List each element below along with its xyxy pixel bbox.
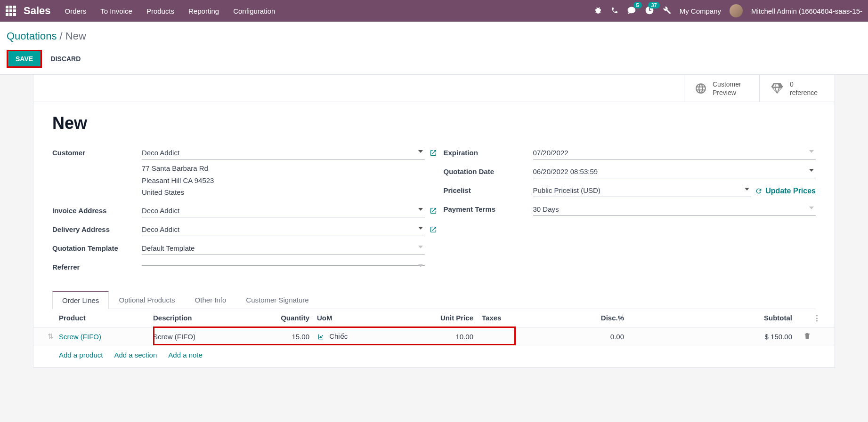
reference-label: reference <box>790 88 818 97</box>
tab-customer-signature[interactable]: Customer Signature <box>236 291 318 309</box>
breadcrumb-current: New <box>65 30 86 42</box>
pricelist-label: Pricelist <box>444 185 533 197</box>
expiration-field[interactable]: 07/20/2022 <box>533 147 816 159</box>
line-description[interactable]: Screw (FIFO) <box>153 333 261 341</box>
customer-preview-l1: Customer <box>713 80 741 88</box>
line-unit-price[interactable]: 10.00 <box>407 333 473 341</box>
col-taxes: Taxes <box>473 314 577 322</box>
reference-button[interactable]: 0reference <box>759 75 835 102</box>
phone-icon[interactable] <box>611 7 618 16</box>
refresh-icon <box>755 187 763 195</box>
col-disc: Disc.% <box>577 314 624 322</box>
bug-icon[interactable] <box>594 6 602 16</box>
address-line2: Pleasant Hill CA 94523 <box>142 175 425 187</box>
col-subtotal: Subtotal <box>624 314 797 322</box>
menu-reporting[interactable]: Reporting <box>188 7 219 15</box>
col-quantity: Quantity <box>261 314 313 322</box>
line-uom[interactable]: Chiếc <box>313 332 407 341</box>
col-unit-price: Unit Price <box>407 314 473 322</box>
app-brand[interactable]: Sales <box>24 5 51 17</box>
company-name[interactable]: My Company <box>680 7 721 15</box>
customer-field[interactable]: Deco Addict <box>142 147 425 159</box>
page-title: New <box>52 113 816 133</box>
tools-icon[interactable] <box>663 6 671 16</box>
add-product-link[interactable]: Add a product <box>59 351 103 359</box>
messages-icon[interactable]: 5 <box>627 6 636 16</box>
activities-badge: 37 <box>648 2 659 8</box>
invoice-address-field[interactable]: Deco Addict <box>142 205 425 217</box>
tab-optional-products[interactable]: Optional Products <box>109 291 185 309</box>
line-product[interactable]: Screw (FIFO) <box>59 333 101 341</box>
breadcrumb-root[interactable]: Quotations <box>7 30 57 42</box>
menu-to-invoice[interactable]: To Invoice <box>100 7 132 15</box>
external-link-icon[interactable] <box>430 226 437 235</box>
save-button[interactable]: SAVE <box>8 51 41 66</box>
diamond-icon <box>770 81 784 96</box>
address-line3: United States <box>142 186 425 199</box>
add-section-link[interactable]: Add a section <box>114 351 157 359</box>
menu-products[interactable]: Products <box>146 7 174 15</box>
customer-preview-button[interactable]: CustomerPreview <box>684 75 759 102</box>
add-note-link[interactable]: Add a note <box>168 351 203 359</box>
payment-terms-label: Payment Terms <box>444 204 533 216</box>
activities-icon[interactable]: 37 <box>645 6 654 16</box>
reference-count: 0 <box>790 80 818 88</box>
trash-icon[interactable] <box>797 332 811 341</box>
drag-handle-icon[interactable]: ⇅ <box>48 332 59 341</box>
line-subtotal: $ 150.00 <box>624 333 797 341</box>
template-label: Quotation Template <box>52 243 142 255</box>
delivery-address-field[interactable]: Deco Addict <box>142 224 425 236</box>
menu-configuration[interactable]: Configuration <box>233 7 275 15</box>
kebab-icon[interactable]: ⋮ <box>811 314 820 322</box>
globe-icon <box>695 82 707 95</box>
delivery-address-label: Delivery Address <box>52 224 142 236</box>
col-product: Product <box>59 314 153 322</box>
quotation-date-field[interactable]: 06/20/2022 08:53:59 <box>533 166 816 178</box>
avatar[interactable] <box>730 4 743 17</box>
invoice-address-label: Invoice Address <box>52 205 142 217</box>
chart-area-icon <box>317 334 324 340</box>
apps-icon[interactable] <box>6 6 16 16</box>
line-disc[interactable]: 0.00 <box>577 333 624 341</box>
discard-button[interactable]: DISCARD <box>51 55 81 63</box>
external-link-icon[interactable] <box>430 149 437 159</box>
line-quantity[interactable]: 15.00 <box>261 333 313 341</box>
expiration-label: Expiration <box>444 147 533 159</box>
address-line1: 77 Santa Barbara Rd <box>142 162 425 175</box>
col-description: Description <box>153 314 261 322</box>
referrer-label: Referrer <box>52 262 142 271</box>
payment-terms-field[interactable]: 30 Days <box>533 204 816 216</box>
customer-label: Customer <box>52 147 142 199</box>
template-field[interactable]: Default Template <box>142 243 425 255</box>
customer-preview-l2: Preview <box>713 88 741 97</box>
breadcrumb: Quotations / New <box>7 30 861 42</box>
pricelist-field[interactable]: Public Pricelist (USD) <box>533 185 752 197</box>
quotation-date-label: Quotation Date <box>444 166 533 178</box>
user-name[interactable]: Mitchell Admin (16604604-saas-15- <box>751 7 862 15</box>
referrer-field[interactable] <box>142 262 425 266</box>
update-prices-button[interactable]: Update Prices <box>755 187 816 195</box>
col-uom: UoM <box>313 314 407 322</box>
menu-orders[interactable]: Orders <box>65 7 87 15</box>
external-link-icon[interactable] <box>430 207 437 216</box>
tab-other-info[interactable]: Other Info <box>185 291 236 309</box>
messages-badge: 5 <box>633 2 642 8</box>
order-line-row[interactable]: ⇅ Screw (FIFO) Screw (FIFO) 15.00 Chiếc … <box>33 327 835 346</box>
tab-order-lines[interactable]: Order Lines <box>52 291 109 309</box>
